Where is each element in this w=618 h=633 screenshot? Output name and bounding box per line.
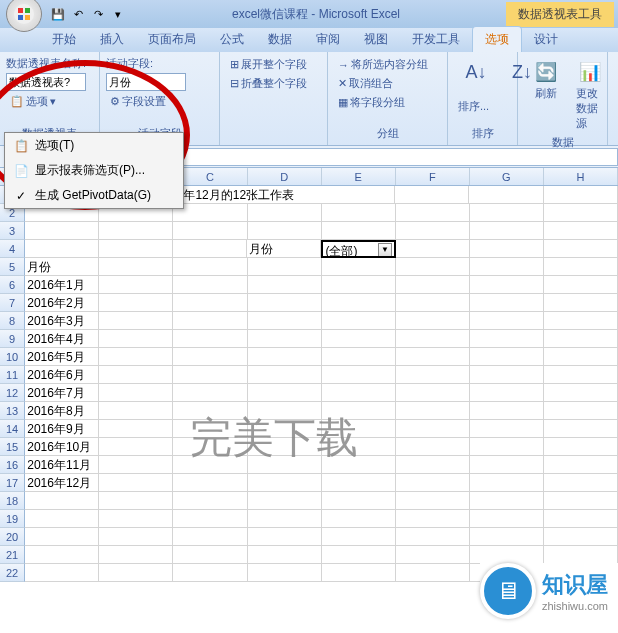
cell[interactable]: [248, 384, 322, 402]
tab-审阅[interactable]: 审阅: [304, 27, 352, 52]
group-selection-button[interactable]: →将所选内容分组: [334, 56, 441, 73]
row-header[interactable]: 14: [0, 420, 25, 438]
cell[interactable]: [248, 204, 322, 222]
col-header-F[interactable]: F: [396, 168, 470, 185]
cell[interactable]: [396, 420, 470, 438]
row-header[interactable]: 6: [0, 276, 25, 294]
pivot-name-input[interactable]: [6, 73, 86, 91]
cell[interactable]: [470, 366, 544, 384]
cell[interactable]: [470, 438, 544, 456]
filter-dropdown-icon[interactable]: ▼: [378, 243, 392, 257]
row-header[interactable]: 19: [0, 510, 25, 528]
cell[interactable]: [544, 402, 618, 420]
cell[interactable]: [248, 492, 322, 510]
save-icon[interactable]: 💾: [50, 6, 66, 22]
tab-设计[interactable]: 设计: [522, 27, 570, 52]
cell[interactable]: [544, 384, 618, 402]
cell[interactable]: [396, 312, 470, 330]
cell[interactable]: [99, 330, 173, 348]
cell[interactable]: [99, 528, 173, 546]
tab-公式[interactable]: 公式: [208, 27, 256, 52]
cell[interactable]: [470, 510, 544, 528]
row-header[interactable]: 20: [0, 528, 25, 546]
tab-数据[interactable]: 数据: [256, 27, 304, 52]
cell[interactable]: [470, 222, 544, 240]
undo-icon[interactable]: ↶: [70, 6, 86, 22]
cell[interactable]: [173, 384, 247, 402]
cell[interactable]: [396, 384, 470, 402]
cell[interactable]: [470, 258, 544, 276]
cell[interactable]: 2016年3月: [25, 312, 99, 330]
cell[interactable]: [248, 294, 322, 312]
cell[interactable]: [396, 402, 470, 420]
cell[interactable]: [248, 366, 322, 384]
options-dropdown-button[interactable]: 📋 选项 ▾: [6, 93, 93, 110]
cell[interactable]: [396, 204, 470, 222]
cell[interactable]: [322, 492, 396, 510]
cell[interactable]: [470, 456, 544, 474]
cell[interactable]: [99, 276, 173, 294]
cell[interactable]: [470, 384, 544, 402]
cell[interactable]: [173, 456, 247, 474]
cell[interactable]: [248, 258, 322, 276]
cell[interactable]: [396, 222, 470, 240]
cell[interactable]: [396, 330, 470, 348]
cell[interactable]: [322, 402, 396, 420]
cell[interactable]: [173, 420, 247, 438]
col-header-H[interactable]: H: [544, 168, 618, 185]
cell[interactable]: [544, 204, 618, 222]
cell[interactable]: [173, 330, 247, 348]
cell[interactable]: [25, 240, 99, 258]
cell[interactable]: [396, 528, 470, 546]
menu-options[interactable]: 📋选项(T): [5, 133, 183, 158]
cell[interactable]: [396, 240, 470, 258]
cell[interactable]: [99, 348, 173, 366]
qat-dropdown-icon[interactable]: ▾: [110, 6, 126, 22]
cell[interactable]: [99, 402, 173, 420]
cell[interactable]: 2016年4月: [25, 330, 99, 348]
cell[interactable]: [470, 204, 544, 222]
cell[interactable]: [544, 474, 618, 492]
cell[interactable]: [322, 330, 396, 348]
cell[interactable]: [544, 546, 618, 564]
cell[interactable]: [396, 510, 470, 528]
cell[interactable]: [248, 402, 322, 420]
cell[interactable]: [173, 402, 247, 420]
cell[interactable]: [173, 294, 247, 312]
tab-选项[interactable]: 选项: [472, 26, 522, 52]
cell[interactable]: [322, 222, 396, 240]
sort-asc-button[interactable]: A↓: [454, 56, 498, 88]
row-header[interactable]: 17: [0, 474, 25, 492]
cell[interactable]: [173, 564, 247, 582]
cell[interactable]: 2016年1月: [25, 276, 99, 294]
cell[interactable]: [248, 546, 322, 564]
cell[interactable]: [173, 510, 247, 528]
group-field-button[interactable]: ▦将字段分组: [334, 94, 441, 111]
cell[interactable]: [173, 204, 247, 222]
cell[interactable]: [396, 276, 470, 294]
cell[interactable]: [322, 474, 396, 492]
ungroup-button[interactable]: ✕取消组合: [334, 75, 441, 92]
cell[interactable]: [248, 456, 322, 474]
cell[interactable]: [173, 240, 247, 258]
cell[interactable]: [322, 204, 396, 222]
cell[interactable]: 2016年11月: [25, 456, 99, 474]
cell[interactable]: [396, 492, 470, 510]
cell[interactable]: [470, 546, 544, 564]
cell[interactable]: [470, 348, 544, 366]
cell[interactable]: [322, 438, 396, 456]
cell[interactable]: [25, 564, 99, 582]
refresh-button[interactable]: 🔄刷新: [524, 56, 568, 133]
cell[interactable]: [173, 222, 247, 240]
menu-getpivotdata[interactable]: ✓生成 GetPivotData(G): [5, 183, 183, 208]
cell[interactable]: [25, 510, 99, 528]
cell[interactable]: [99, 312, 173, 330]
cell[interactable]: [25, 492, 99, 510]
cell[interactable]: [396, 564, 470, 582]
cell[interactable]: [544, 420, 618, 438]
cell[interactable]: [544, 294, 618, 312]
cell[interactable]: [544, 222, 618, 240]
cell[interactable]: [322, 312, 396, 330]
cell[interactable]: [544, 528, 618, 546]
redo-icon[interactable]: ↷: [90, 6, 106, 22]
